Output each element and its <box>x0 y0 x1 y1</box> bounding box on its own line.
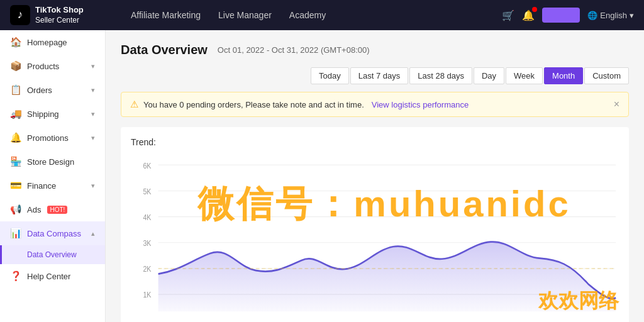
user-avatar[interactable] <box>542 8 580 23</box>
filter-week[interactable]: Week <box>506 67 543 84</box>
alert-banner: ⚠ You have 0 pending orders, Please take… <box>121 92 629 117</box>
sidebar-item-orders[interactable]: 📋 Orders ▾ <box>0 78 105 102</box>
sidebar-item-data-compass[interactable]: 📊 Data Compass ▴ <box>0 221 105 245</box>
sidebar-item-ads[interactable]: 📢 Ads HOT! <box>0 197 105 221</box>
orders-icon: 📋 <box>10 84 22 96</box>
chart-container: 微信号：muhuanidc 欢欢网络 6K 5K 4K 3K 2K 1K <box>131 155 619 318</box>
chevron-down-icon: ▾ <box>91 110 95 118</box>
app-layout: 🏠 Homepage 📦 Products ▾ 📋 Orders ▾ 🚚 Shi… <box>0 30 644 322</box>
date-filters: Today Last 7 days Last 28 days Day Week … <box>311 67 629 84</box>
sidebar-item-help-center[interactable]: ❓ Help Center <box>0 264 105 288</box>
svg-text:5K: 5K <box>143 187 151 196</box>
sidebar-submenu-data-compass: Data Overview <box>0 245 105 264</box>
sidebar-item-products[interactable]: 📦 Products ▾ <box>0 54 105 78</box>
top-nav: ♪ TikTok Shop Seller Center Affiliate Ma… <box>0 0 644 30</box>
alert-link[interactable]: View logistics performance <box>372 100 469 109</box>
sidebar-item-store-design[interactable]: 🏪 Store Design <box>0 150 105 174</box>
chevron-down-icon: ▾ <box>91 134 95 142</box>
hot-badge: HOT! <box>47 206 67 214</box>
promotions-icon: 🔔 <box>10 132 22 143</box>
svg-text:6K: 6K <box>143 162 151 170</box>
sidebar: 🏠 Homepage 📦 Products ▾ 📋 Orders ▾ 🚚 Shi… <box>0 30 106 322</box>
trend-section: Trend: 微信号：muhuanidc 欢欢网络 6K 5K 4K 3K 2K… <box>121 127 629 322</box>
nav-academy[interactable]: Academy <box>289 10 326 20</box>
logo-text: TikTok Shop Seller Center <box>35 5 84 25</box>
notification-badge <box>532 7 537 12</box>
sidebar-item-shipping[interactable]: 🚚 Shipping ▾ <box>0 102 105 126</box>
nav-affiliate-marketing[interactable]: Affiliate Marketing <box>131 10 201 20</box>
chevron-up-icon: ▴ <box>91 230 95 238</box>
filter-custom[interactable]: Custom <box>584 67 629 84</box>
chevron-down-icon: ▾ <box>91 62 95 70</box>
shop-icon[interactable]: 🛒 <box>502 9 514 21</box>
notification-icon[interactable]: 🔔 <box>522 9 535 21</box>
filter-today[interactable]: Today <box>311 67 349 84</box>
chevron-down-icon: ▾ <box>91 86 95 94</box>
help-icon: ❓ <box>10 270 22 282</box>
language-selector[interactable]: 🌐 English ▾ <box>587 11 634 20</box>
filter-month[interactable]: Month <box>544 67 583 84</box>
nav-right: 🛒 🔔 🌐 English ▾ <box>502 8 634 23</box>
logo-area: ♪ TikTok Shop Seller Center <box>10 5 111 25</box>
tiktok-logo-icon: ♪ <box>10 5 30 25</box>
filter-last7[interactable]: Last 7 days <box>350 67 409 84</box>
filter-day[interactable]: Day <box>474 67 504 84</box>
data-compass-icon: 📊 <box>10 228 22 239</box>
store-icon: 🏪 <box>10 156 22 167</box>
main-content: Data Overview Oct 01, 2022 - Oct 31, 202… <box>106 30 644 322</box>
date-range: Oct 01, 2022 - Oct 31, 2022 (GMT+08:00) <box>218 45 370 55</box>
page-title: Data Overview <box>121 43 208 57</box>
sidebar-item-finance[interactable]: 💳 Finance ▾ <box>0 174 105 197</box>
trend-label: Trend: <box>131 137 619 147</box>
alert-text: You have 0 pending orders, Please take n… <box>143 100 364 109</box>
content-header: Data Overview Oct 01, 2022 - Oct 31, 202… <box>121 43 629 84</box>
close-icon[interactable]: × <box>614 99 619 110</box>
trend-chart: 6K 5K 4K 3K 2K 1K <box>131 155 619 318</box>
sidebar-item-homepage[interactable]: 🏠 Homepage <box>0 30 105 54</box>
nav-live-manager[interactable]: Live Manager <box>218 10 272 20</box>
home-icon: 🏠 <box>10 36 22 48</box>
products-icon: 📦 <box>10 60 22 72</box>
svg-text:3K: 3K <box>143 240 151 248</box>
svg-text:2K: 2K <box>143 265 151 274</box>
svg-text:1K: 1K <box>143 291 151 299</box>
warning-icon: ⚠ <box>130 99 138 110</box>
sidebar-item-promotions[interactable]: 🔔 Promotions ▾ <box>0 126 105 150</box>
chevron-down-icon: ▾ <box>91 182 95 190</box>
ads-icon: 📢 <box>10 204 22 215</box>
filter-last28[interactable]: Last 28 days <box>409 67 472 84</box>
sidebar-item-data-overview[interactable]: Data Overview <box>0 245 105 264</box>
svg-text:4K: 4K <box>143 213 151 221</box>
nav-links: Affiliate Marketing Live Manager Academy <box>131 10 482 20</box>
shipping-icon: 🚚 <box>10 108 22 119</box>
finance-icon: 💳 <box>10 180 22 191</box>
